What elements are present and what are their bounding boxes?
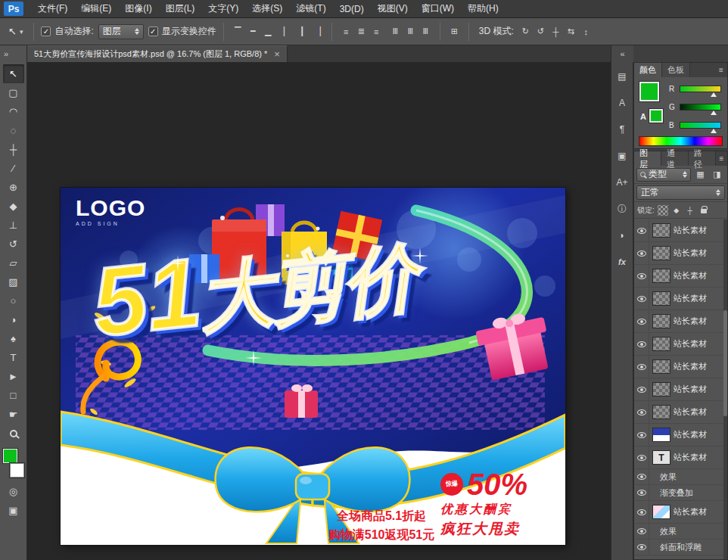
- menu-3d[interactable]: 3D(D): [333, 0, 371, 17]
- layer-row[interactable]: 站长素材: [634, 219, 723, 242]
- panel-menu-icon[interactable]: ≡: [716, 151, 727, 166]
- visibility-toggle[interactable]: [634, 356, 649, 378]
- gradient-tool[interactable]: ▨: [3, 272, 24, 291]
- distribute-vertical-centers-icon[interactable]: ≣: [354, 24, 369, 39]
- layer-thumbnail[interactable]: [652, 246, 670, 260]
- slider-marker[interactable]: [711, 129, 717, 133]
- layer-row[interactable]: 站长素材: [634, 401, 723, 424]
- zoom-tool[interactable]: [3, 424, 24, 443]
- auto-align-layers-icon[interactable]: ⊞: [447, 24, 462, 39]
- layer-row[interactable]: 站长素材: [634, 288, 723, 310]
- move-tool[interactable]: ↖: [3, 64, 24, 83]
- slider-marker[interactable]: [711, 110, 717, 115]
- visibility-toggle[interactable]: [634, 219, 649, 241]
- layer-row[interactable]: 站长素材: [634, 265, 723, 288]
- filter-toggle-icon[interactable]: ◨: [710, 167, 724, 182]
- visibility-toggle[interactable]: [634, 265, 649, 287]
- toolbar-collapse-button[interactable]: »: [0, 45, 27, 62]
- layer-effect-row[interactable]: 斜面和浮雕: [634, 540, 723, 555]
- tab-layers[interactable]: 图层: [634, 151, 661, 166]
- spot-healing-brush-tool[interactable]: ⊕: [3, 178, 24, 197]
- rectangular-marquee-tool[interactable]: ▢: [3, 83, 24, 102]
- background-color-swatch[interactable]: [10, 463, 24, 478]
- path-selection-tool[interactable]: ►: [3, 367, 24, 386]
- document-canvas[interactable]: LOGO ADD SIGN 51 大剪价 全场商品5.1折起 购物满510返现5…: [27, 62, 611, 560]
- align-right-edges-icon[interactable]: ▕: [310, 24, 325, 39]
- blue-slider[interactable]: [680, 122, 721, 129]
- distribute-bottom-edges-icon[interactable]: ≡: [369, 24, 384, 39]
- layer-effect-row[interactable]: 效果: [634, 469, 723, 485]
- slider-marker[interactable]: [711, 92, 717, 97]
- layer-thumbnail[interactable]: [652, 223, 670, 238]
- panel-menu-icon[interactable]: ≡: [715, 63, 727, 77]
- visibility-toggle[interactable]: [634, 242, 649, 264]
- layer-effect-row[interactable]: 渐变叠加: [634, 485, 723, 501]
- paragraph-panel-icon[interactable]: ¶: [614, 121, 630, 138]
- menu-window[interactable]: 窗口(W): [415, 0, 461, 17]
- lock-transparency-icon[interactable]: [658, 205, 668, 216]
- layer-thumbnail[interactable]: [652, 359, 670, 374]
- quick-selection-tool[interactable]: ◌: [3, 121, 24, 140]
- pen-tool[interactable]: ♠: [3, 329, 24, 348]
- layer-filter-dropdown[interactable]: 类型: [636, 168, 691, 182]
- dodge-tool[interactable]: ◑: [3, 310, 24, 329]
- red-slider[interactable]: [680, 86, 721, 92]
- visibility-toggle[interactable]: [634, 485, 649, 500]
- layer-row[interactable]: 站长素材: [634, 424, 723, 446]
- character-panel-icon[interactable]: A: [614, 95, 630, 111]
- tab-paths[interactable]: 路径: [689, 151, 716, 166]
- clone-stamp-tool[interactable]: ⊥: [3, 216, 24, 235]
- align-bottom-edges-icon[interactable]: ▁: [261, 24, 275, 39]
- align-left-edges-icon[interactable]: ▏: [280, 24, 294, 39]
- menu-edit[interactable]: 编辑(E): [74, 0, 118, 17]
- menu-filter[interactable]: 滤镜(T): [289, 0, 332, 17]
- visibility-toggle[interactable]: [634, 424, 649, 446]
- properties-panel-icon[interactable]: ▤: [614, 68, 630, 85]
- layer-comps-panel-icon[interactable]: ▣: [614, 148, 630, 164]
- distribute-horizontal-centers-icon[interactable]: Ⅲ: [403, 24, 418, 39]
- layer-row[interactable]: 站长素材: [634, 333, 723, 356]
- menu-type[interactable]: 文字(Y): [201, 0, 245, 17]
- layers-scrollbar[interactable]: [723, 219, 727, 559]
- visibility-toggle[interactable]: [634, 524, 649, 539]
- quick-mask-button[interactable]: ◎: [3, 482, 24, 501]
- align-vertical-centers-icon[interactable]: ━: [246, 24, 260, 39]
- auto-select-target-dropdown[interactable]: 图层: [98, 24, 144, 39]
- visibility-toggle[interactable]: [634, 469, 649, 484]
- tab-swatches[interactable]: 色板: [662, 63, 690, 77]
- brush-tool[interactable]: ◆: [3, 197, 24, 216]
- visibility-toggle[interactable]: [634, 501, 649, 523]
- distribute-right-edges-icon[interactable]: Ⅲ: [418, 24, 433, 39]
- visibility-toggle[interactable]: [634, 310, 649, 332]
- 3d-scale-icon[interactable]: ↕: [579, 24, 593, 39]
- blur-tool[interactable]: ○: [3, 291, 24, 310]
- foreground-color-swatch[interactable]: [3, 449, 17, 463]
- menu-file[interactable]: 文件(F): [31, 0, 74, 17]
- menu-layer[interactable]: 图层(L): [159, 0, 202, 17]
- tool-preset-picker[interactable]: ↖ ▾: [5, 24, 26, 39]
- layer-row[interactable]: T 站长素材: [634, 446, 723, 469]
- menu-view[interactable]: 视图(V): [371, 0, 415, 17]
- 3d-slide-icon[interactable]: ⇆: [564, 24, 578, 39]
- 3d-orbit-icon[interactable]: ↻: [518, 24, 533, 39]
- tab-close-icon[interactable]: ×: [274, 48, 280, 60]
- distribute-top-edges-icon[interactable]: ≡: [339, 24, 353, 39]
- layer-thumbnail[interactable]: [652, 505, 670, 519]
- background-color-swatch[interactable]: [649, 109, 663, 123]
- layer-row[interactable]: 站长素材: [634, 356, 723, 378]
- distribute-left-edges-icon[interactable]: Ⅲ: [388, 24, 403, 39]
- align-horizontal-centers-icon[interactable]: ┃: [295, 24, 310, 39]
- show-transform-checkbox[interactable]: ✓ 显示变换控件: [148, 25, 216, 38]
- 3d-roll-icon[interactable]: ↺: [534, 24, 548, 39]
- visibility-toggle[interactable]: [634, 378, 649, 400]
- scrollbar-thumb[interactable]: [723, 310, 727, 416]
- layer-thumbnail[interactable]: [652, 405, 670, 419]
- rectangle-tool[interactable]: □: [3, 386, 24, 405]
- color-spectrum-ramp[interactable]: [639, 136, 723, 146]
- text-layer-thumbnail[interactable]: T: [652, 450, 670, 465]
- styles-panel-icon[interactable]: fx: [614, 254, 630, 270]
- lock-all-icon[interactable]: [698, 205, 709, 216]
- layer-thumbnail[interactable]: [652, 428, 670, 442]
- document-tab[interactable]: 51大剪价宣传海报设计psd素材.psd @ 16.7% (图层 1, RGB/…: [27, 45, 288, 62]
- tab-color[interactable]: 颜色: [634, 63, 662, 77]
